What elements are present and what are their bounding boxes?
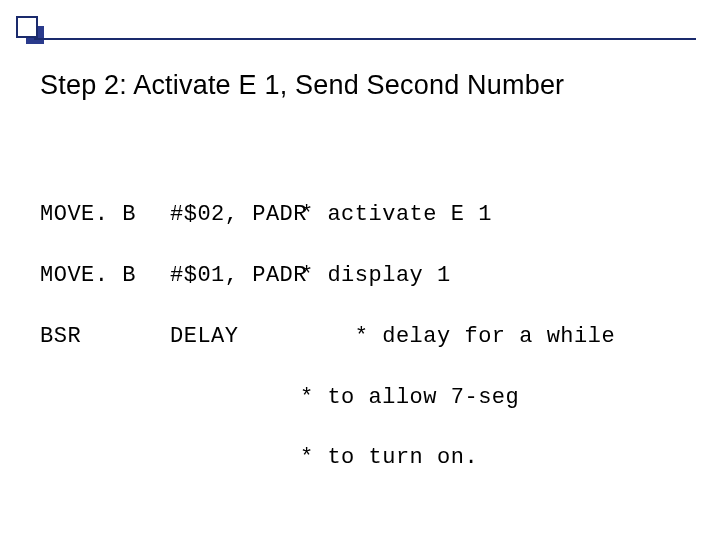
code-line-2: MOVE. B#$01, PADR* display 1 [40,261,615,291]
comment: * activate E 1 [300,202,492,227]
slide-title: Step 2: Activate E 1, Send Second Number [40,70,688,101]
code-line-3: BSRDELAY * delay for a while [40,322,615,352]
instruction: MOVE. B [40,200,170,230]
operand: #$01, PADR [170,261,300,291]
comment: * display 1 [300,263,451,288]
instruction: BSR [40,322,170,352]
code-line-4: * to allow 7-seg [40,383,615,413]
operand: DELAY [170,322,300,352]
code-line-1: MOVE. B#$02, PADR* activate E 1 [40,200,615,230]
comment: * to allow 7-seg [300,385,519,410]
slide-top-rule [34,38,696,40]
instruction: MOVE. B [40,261,170,291]
assembly-code-block: MOVE. B#$02, PADR* activate E 1 MOVE. B#… [40,170,615,504]
corner-square-outline [16,16,38,38]
comment: * delay for a while [300,324,615,349]
code-line-5: * to turn on. [40,443,615,473]
comment: * to turn on. [300,445,478,470]
operand: #$02, PADR [170,200,300,230]
